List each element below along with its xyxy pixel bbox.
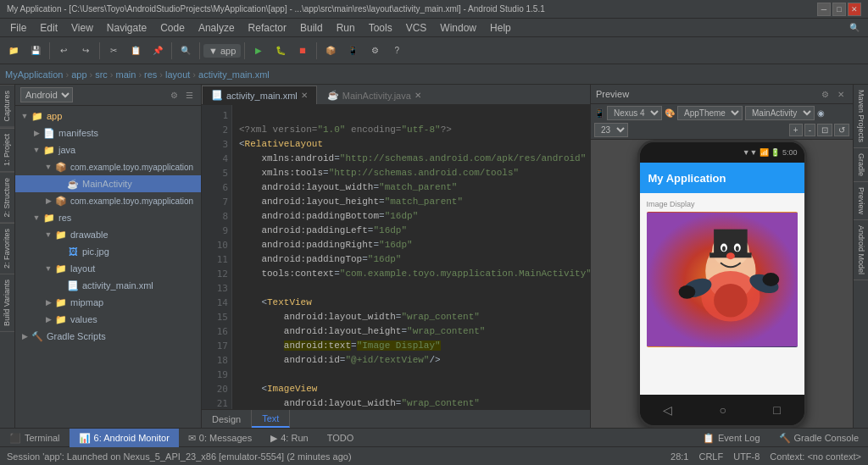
app-selector[interactable]: ▼ app	[203, 44, 241, 58]
maven-projects-label[interactable]: Maven Projects	[854, 85, 868, 148]
close-button[interactable]: ✕	[848, 3, 861, 16]
gradle-label[interactable]: Gradle	[854, 148, 868, 182]
gradle-console-btn[interactable]: 🔨 Gradle Console	[770, 429, 868, 447]
menu-refactor[interactable]: Refactor	[242, 19, 293, 36]
menu-window[interactable]: Window	[433, 19, 483, 36]
breadcrumb-res[interactable]: res	[144, 69, 157, 80]
help-btn[interactable]: ?	[387, 41, 407, 61]
menu-analyze[interactable]: Analyze	[192, 19, 242, 36]
file-tree: ▼ 📁 app ▶ 📄 manifests ▼ 📁 java	[15, 106, 201, 428]
menu-help[interactable]: Help	[483, 19, 518, 36]
tab-todo[interactable]: TODO	[318, 429, 364, 447]
favorites-label[interactable]: 2: Favorites	[0, 223, 14, 274]
redo-btn[interactable]: ↪	[75, 41, 96, 61]
maximize-button[interactable]: □	[832, 3, 846, 16]
device-selector[interactable]: Nexus 4 Nexus 5	[607, 106, 662, 120]
collapse-btn[interactable]: ☰	[182, 88, 196, 102]
stop-btn[interactable]: ⏹	[292, 41, 313, 61]
menu-run[interactable]: Run	[330, 19, 362, 36]
api-selector[interactable]: 23 22 21	[594, 123, 628, 137]
menu-vcs[interactable]: VCS	[399, 19, 434, 36]
tab-messages[interactable]: ✉ 0: Messages	[179, 429, 261, 447]
run-btn[interactable]: ▶	[248, 41, 269, 61]
menu-code[interactable]: Code	[153, 19, 192, 36]
breadcrumb-main[interactable]: main	[116, 69, 136, 80]
tree-item-app[interactable]: ▼ 📁 app	[15, 108, 201, 125]
breadcrumb-activity-main[interactable]: activity_main.xml	[198, 69, 270, 80]
preview-settings-btn[interactable]: ⚙	[818, 87, 832, 101]
structure-label[interactable]: 2: Structure	[0, 172, 14, 224]
menu-build[interactable]: Build	[293, 19, 330, 36]
tree-item-gradle[interactable]: ▶ 🔨 Gradle Scripts	[15, 328, 201, 345]
tree-item-mainactivity[interactable]: ☕ MainActivity	[15, 175, 201, 192]
code-editor[interactable]: 12345 678910 1112131415 1617181920 21222…	[202, 105, 590, 409]
undo-btn[interactable]: ↩	[53, 41, 74, 61]
preview-header: Preview ⚙ ✕	[591, 85, 853, 104]
tree-item-package1[interactable]: ▼ 📦 com.example.toyo.myapplication	[15, 158, 201, 175]
tab-activity-main-xml[interactable]: 📃 activity_main.xml ✕	[202, 86, 317, 104]
tree-item-res[interactable]: ▼ 📁 res	[15, 209, 201, 226]
theme-selector[interactable]: AppTheme	[677, 106, 743, 120]
tab-terminal[interactable]: ⬛ Terminal	[0, 429, 70, 447]
phone-recent-btn[interactable]: □	[773, 403, 780, 417]
activity-selector[interactable]: MainActivity	[745, 106, 815, 120]
tab-close-mainactivity[interactable]: ✕	[415, 91, 421, 100]
settings-btn[interactable]: ⚙	[364, 41, 385, 61]
search-everywhere-btn[interactable]: 🔍	[844, 18, 865, 38]
tab-run[interactable]: ▶ 4: Run	[261, 429, 317, 447]
tree-item-picjpg[interactable]: 🖼 pic.jpg	[15, 243, 201, 260]
save-btn[interactable]: 💾	[25, 41, 46, 61]
tree-item-manifests[interactable]: ▶ 📄 manifests	[15, 125, 201, 141]
gradle-icon: 🔨	[31, 329, 44, 343]
refresh-btn[interactable]: ↺	[834, 124, 849, 136]
build-variants-label[interactable]: Build Variants	[0, 274, 14, 332]
minimize-button[interactable]: ─	[817, 3, 831, 16]
tree-label-picjpg: pic.jpg	[82, 246, 109, 257]
find-btn[interactable]: 🔍	[175, 41, 196, 61]
zoom-out-btn[interactable]: -	[804, 124, 815, 136]
menu-edit[interactable]: Edit	[33, 19, 64, 36]
breadcrumb-src[interactable]: src	[95, 69, 108, 80]
menu-tools[interactable]: Tools	[362, 19, 399, 36]
tree-item-activitymainxml[interactable]: 📃 activity_main.xml	[15, 277, 201, 294]
tree-item-drawable[interactable]: ▼ 📁 drawable	[15, 226, 201, 243]
paste-btn[interactable]: 📌	[147, 41, 168, 61]
breadcrumb-layout[interactable]: layout	[165, 69, 190, 80]
preview-close-btn[interactable]: ✕	[834, 87, 848, 101]
tree-label-gradle: Gradle Scripts	[47, 331, 106, 341]
tab-design[interactable]: Design	[202, 410, 252, 428]
tree-item-java[interactable]: ▼ 📁 java	[15, 141, 201, 158]
tree-item-layout[interactable]: ▼ 📁 layout	[15, 260, 201, 277]
debug-btn[interactable]: 🐛	[270, 41, 291, 61]
menu-navigate[interactable]: Navigate	[100, 19, 153, 36]
tree-item-values[interactable]: ▶ 📁 values	[15, 311, 201, 328]
sdk-manager-btn[interactable]: 📦	[320, 41, 341, 61]
copy-btn[interactable]: 📋	[125, 41, 146, 61]
fit-btn[interactable]: ⊡	[817, 124, 832, 136]
tab-close-activity-main[interactable]: ✕	[301, 91, 308, 100]
event-log-btn[interactable]: 📋 Event Log	[693, 429, 770, 447]
zoom-in-btn[interactable]: +	[789, 124, 803, 136]
drawable-icon: 📁	[54, 228, 68, 241]
tab-android-monitor[interactable]: 📊 6: Android Monitor	[70, 429, 179, 447]
tree-item-package2[interactable]: ▶ 📦 com.example.toyo.myapplication	[15, 192, 201, 209]
avd-manager-btn[interactable]: 📱	[342, 41, 363, 61]
android-view-selector[interactable]: Android Project	[20, 87, 73, 102]
tab-text[interactable]: Text	[252, 410, 290, 428]
project-label[interactable]: 1: Project	[0, 128, 14, 172]
cut-btn[interactable]: ✂	[103, 41, 124, 61]
tree-item-mipmap[interactable]: ▶ 📁 mipmap	[15, 294, 201, 311]
code-content[interactable]: <?xml version="1.0" encoding="utf-8"?> <…	[232, 105, 590, 409]
breadcrumb-myapplication[interactable]: MyApplication	[5, 69, 63, 80]
sync-btn[interactable]: ⚙	[167, 88, 181, 102]
menu-file[interactable]: File	[3, 19, 33, 36]
tab-mainactivity-java[interactable]: ☕ MainActivity.java ✕	[318, 86, 431, 104]
android-model-label[interactable]: Android Model	[854, 220, 868, 280]
phone-home-btn[interactable]: ○	[720, 403, 726, 417]
preview-label[interactable]: Preview	[854, 182, 868, 220]
open-file-btn[interactable]: 📁	[3, 41, 24, 61]
phone-back-btn[interactable]: ◁	[663, 403, 672, 417]
menu-view[interactable]: View	[64, 19, 100, 36]
breadcrumb-app[interactable]: app	[71, 69, 86, 80]
captures-label[interactable]: Captures	[0, 85, 14, 128]
